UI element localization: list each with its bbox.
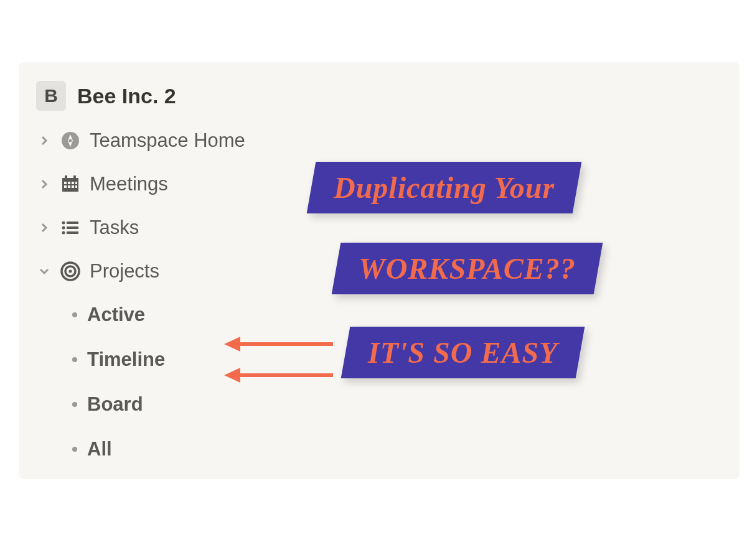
sidebar-subitem-label: Active <box>87 304 145 326</box>
list-icon <box>60 217 81 238</box>
svg-point-14 <box>62 222 65 225</box>
svg-rect-3 <box>62 178 78 192</box>
target-icon <box>60 261 81 282</box>
svg-point-18 <box>62 231 65 235</box>
svg-rect-4 <box>64 182 67 184</box>
workspace-name: Bee Inc. 2 <box>77 84 176 108</box>
chevron-right-icon[interactable] <box>37 134 51 147</box>
workspace-switcher[interactable]: B Bee Inc. 2 <box>36 81 722 111</box>
sidebar-item-label: Tasks <box>90 217 139 239</box>
sidebar-item-teamspace-home[interactable]: Teamspace Home <box>36 127 722 154</box>
svg-rect-6 <box>72 182 74 184</box>
svg-rect-19 <box>67 231 78 234</box>
svg-rect-12 <box>65 175 67 179</box>
sidebar-item-projects[interactable]: Projects <box>36 258 722 285</box>
chevron-right-icon[interactable] <box>37 177 51 191</box>
svg-rect-7 <box>75 182 77 184</box>
svg-rect-8 <box>64 185 67 188</box>
workspace-icon-letter: B <box>44 85 58 106</box>
svg-point-22 <box>69 270 72 273</box>
svg-rect-10 <box>72 185 74 188</box>
compass-icon <box>60 130 81 151</box>
sidebar-subitem-all[interactable]: All <box>71 436 722 463</box>
sidebar-item-meetings[interactable]: Meetings <box>36 170 722 198</box>
svg-point-16 <box>62 226 65 230</box>
bullet-icon <box>72 402 77 407</box>
chevron-right-icon[interactable] <box>37 221 51 235</box>
sidebar-item-label: Meetings <box>90 173 168 195</box>
workspace-icon: B <box>36 81 66 111</box>
sidebar-subitem-label: Board <box>87 393 143 416</box>
sidebar-subitem-active[interactable]: Active <box>71 301 722 329</box>
sidebar-subitem-board[interactable]: Board <box>71 391 722 418</box>
sidebar-subitem-timeline[interactable]: Timeline <box>71 346 722 373</box>
svg-point-2 <box>69 139 72 142</box>
svg-rect-11 <box>75 185 77 188</box>
bullet-icon <box>72 447 77 452</box>
sidebar-panel: B Bee Inc. 2 Teamspace Home <box>19 62 740 479</box>
svg-rect-5 <box>68 182 70 184</box>
sidebar-item-label: Teamspace Home <box>90 129 245 152</box>
sidebar-subitem-label: All <box>87 438 112 460</box>
sidebar-item-tasks[interactable]: Tasks <box>36 214 722 241</box>
chevron-down-icon[interactable] <box>37 264 51 278</box>
svg-rect-9 <box>68 185 70 188</box>
svg-rect-17 <box>67 226 78 229</box>
bullet-icon <box>72 312 77 317</box>
svg-rect-15 <box>67 222 78 224</box>
sidebar-subitem-label: Timeline <box>87 348 165 371</box>
bullet-icon <box>72 357 77 362</box>
sidebar-item-label: Projects <box>90 260 159 282</box>
calendar-icon <box>60 174 81 195</box>
svg-rect-13 <box>73 175 76 179</box>
